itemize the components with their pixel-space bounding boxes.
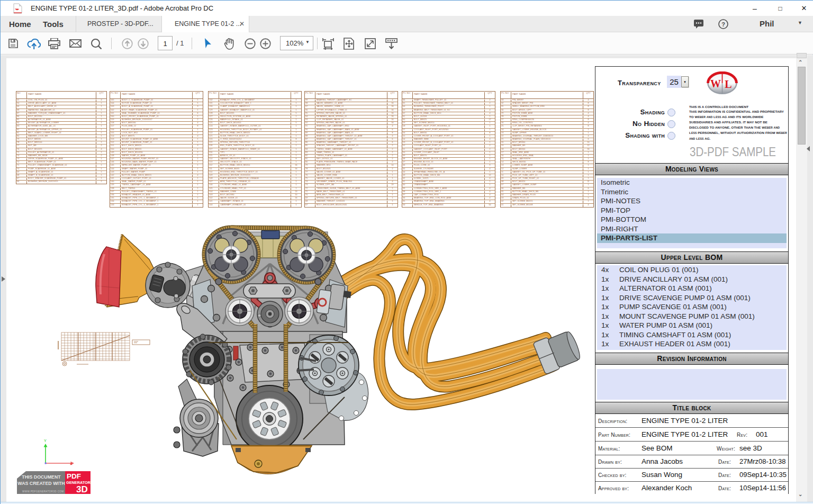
svg-text:3D: 3D (76, 484, 88, 494)
svg-text:PDF: PDF (67, 472, 81, 480)
svg-text:Y: Y (44, 438, 47, 443)
svg-text:×: × (70, 462, 73, 466)
svg-text:W: W (710, 78, 721, 89)
svg-text:?: ? (721, 21, 725, 28)
svg-text:L: L (725, 78, 731, 90)
svg-text:WWW.PDFGENERATOR3D.COM: WWW.PDFGENERATOR3D.COM (22, 490, 64, 493)
svg-text:THIS DOCUMENT: THIS DOCUMENT (22, 474, 61, 480)
svg-text:WAS CREATED WITH: WAS CREATED WITH (17, 481, 65, 486)
